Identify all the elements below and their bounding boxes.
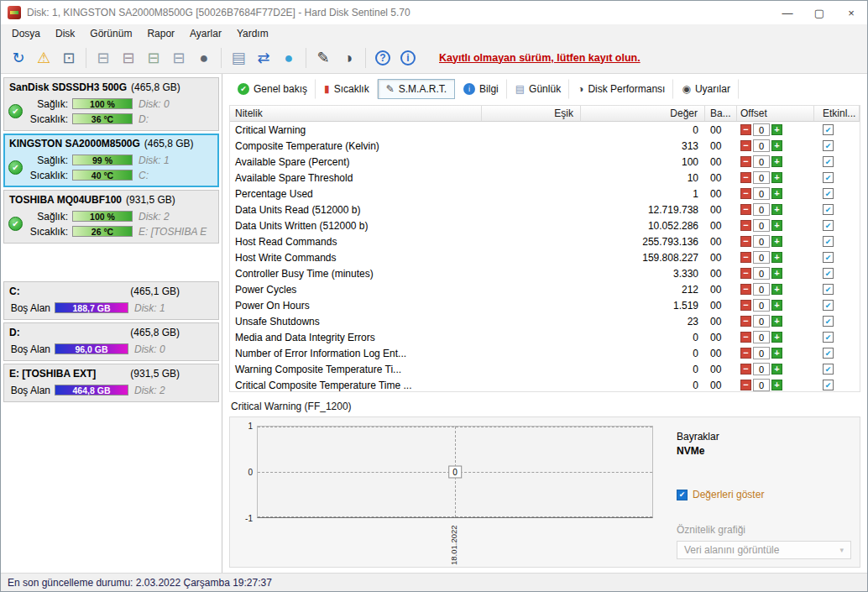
offset-increase-button[interactable]: + [771, 124, 782, 135]
tab-alerts[interactable]: ◉ Uyarılar [673, 79, 739, 99]
smart-table-row[interactable]: Controller Busy Time (minutes) 3.330 00 … [230, 265, 860, 281]
smart-table-row[interactable]: Power Cycles 212 00 − 0 + [230, 281, 860, 297]
menu-görünüm[interactable]: Görünüm [82, 26, 139, 41]
smart-table-row[interactable]: Unsafe Shutdowns 23 00 − 0 + [230, 313, 860, 329]
offset-increase-button[interactable]: + [771, 172, 782, 183]
offset-increase-button[interactable]: + [771, 268, 782, 279]
info-button[interactable]: i [395, 45, 421, 71]
enabled-checkbox[interactable] [823, 300, 834, 311]
sync-button[interactable]: ⇄ [251, 45, 276, 71]
offset-decrease-button[interactable]: − [740, 364, 751, 375]
smart-table-row[interactable]: Critical Composite Temperature Time ... … [230, 377, 860, 392]
offset-decrease-button[interactable]: − [740, 204, 751, 215]
disk-dark-button[interactable]: ● [191, 45, 217, 71]
offset-increase-button[interactable]: + [771, 316, 782, 327]
close-button[interactable]: × [835, 1, 867, 24]
enabled-checkbox[interactable] [823, 268, 834, 279]
offset-increase-button[interactable]: + [771, 204, 782, 215]
enabled-checkbox[interactable] [823, 220, 834, 231]
enabled-checkbox[interactable] [823, 204, 834, 215]
offset-increase-button[interactable]: + [771, 380, 782, 390]
disk-detect-button[interactable]: ⊟ [91, 45, 116, 71]
smart-table-row[interactable]: Available Spare Threshold 10 00 − 0 + [230, 170, 860, 186]
enabled-checkbox[interactable] [823, 380, 834, 390]
enabled-checkbox[interactable] [823, 284, 834, 295]
minimize-button[interactable]: — [771, 1, 803, 24]
offset-increase-button[interactable]: + [771, 300, 782, 311]
smart-table-row[interactable]: Host Read Commands 255.793.136 00 − 0 + [230, 233, 860, 249]
offset-increase-button[interactable]: + [771, 156, 782, 167]
report-button[interactable]: ▤ [226, 45, 251, 71]
offset-increase-button[interactable]: + [771, 284, 782, 295]
maximize-button[interactable]: ▢ [803, 1, 835, 24]
smart-table-row[interactable]: Available Spare (Percent) 100 00 − 0 + [230, 154, 860, 170]
disk-accept-button[interactable]: ⊟ [141, 45, 166, 71]
enabled-checkbox[interactable] [823, 364, 834, 375]
offset-decrease-button[interactable]: − [740, 236, 751, 247]
monitor-button[interactable]: ⊡ [56, 45, 81, 71]
enabled-checkbox[interactable] [823, 316, 834, 327]
offset-increase-button[interactable]: + [771, 252, 782, 263]
smart-table-row[interactable]: Host Write Commands 159.808.227 00 − 0 + [230, 249, 860, 265]
offset-decrease-button[interactable]: − [740, 188, 751, 199]
disk-remove-button[interactable]: ⊟ [116, 45, 141, 71]
smart-table-row[interactable]: Percentage Used 1 00 − 0 + [230, 186, 860, 202]
register-link[interactable]: Kayıtlı olmayan sürüm, lütfen kayıt olun… [439, 52, 641, 64]
offset-decrease-button[interactable]: − [740, 220, 751, 231]
offset-increase-button[interactable]: + [771, 348, 782, 359]
smart-table-row[interactable]: Composite Temperature (Kelvin) 313 00 − … [230, 138, 860, 154]
enabled-checkbox[interactable] [823, 252, 834, 263]
data-area-dropdown[interactable]: Veri alanını görüntüle ▾ [677, 541, 851, 559]
offset-decrease-button[interactable]: − [740, 300, 751, 311]
show-values-checkbox[interactable] [677, 490, 688, 500]
smart-table-row[interactable]: Media and Data Integrity Errors 0 00 − 0… [230, 329, 860, 345]
enabled-checkbox[interactable] [823, 172, 834, 183]
menu-rapor[interactable]: Rapor [139, 26, 182, 41]
tab-temperature[interactable]: ▮ Sıcaklık [316, 79, 378, 99]
col-enabled[interactable]: Etkinl... [814, 106, 860, 121]
enabled-checkbox[interactable] [823, 332, 834, 343]
smart-table-row[interactable]: Warning Composite Temperature Ti... 0 00… [230, 361, 860, 377]
disk-item[interactable]: KINGSTON SA2000M8500G(465,8 GB) Sağlık: … [3, 134, 219, 187]
enabled-checkbox[interactable] [823, 348, 834, 359]
tab-info[interactable]: i Bilgi [455, 79, 507, 99]
offset-increase-button[interactable]: + [771, 236, 782, 247]
offset-decrease-button[interactable]: − [740, 124, 751, 135]
offset-increase-button[interactable]: + [771, 364, 782, 375]
menu-disk[interactable]: Disk [48, 26, 82, 41]
chart-plot[interactable]: 0 [257, 426, 653, 518]
smart-table-row[interactable]: Number of Error Information Log Ent... 0… [230, 345, 860, 361]
enabled-checkbox[interactable] [823, 124, 834, 135]
offset-decrease-button[interactable]: − [740, 316, 751, 327]
smart-table-row[interactable]: Data Units Written (512000 b) 10.052.286… [230, 217, 860, 233]
partition-item[interactable]: C: (465,1 GB) Boş Alan 188,7 GB Disk: 1 [3, 281, 219, 320]
disk-item[interactable]: SanDisk SDSSDH3 500G(465,8 GB) Sağlık: 1… [3, 77, 219, 131]
smart-table-row[interactable]: Critical Warning 0 00 − 0 + [230, 122, 860, 138]
offset-decrease-button[interactable]: − [740, 156, 751, 167]
enabled-checkbox[interactable] [823, 140, 834, 151]
offset-increase-button[interactable]: + [771, 140, 782, 151]
offset-decrease-button[interactable]: − [740, 172, 751, 183]
refresh-button[interactable]: ↻ [6, 45, 31, 71]
col-value[interactable]: Değer [581, 106, 705, 121]
offset-increase-button[interactable]: + [771, 188, 782, 199]
offset-decrease-button[interactable]: − [740, 332, 751, 343]
enabled-checkbox[interactable] [823, 236, 834, 247]
col-ba[interactable]: Ba... [705, 106, 737, 121]
help-button[interactable]: ? [370, 45, 395, 71]
partition-item[interactable]: E: [TOSHIBA EXT] (931,5 GB) Boş Alan 464… [3, 364, 219, 402]
menu-yardım[interactable]: Yardım [229, 26, 276, 41]
performance-gauge-button[interactable]: ◑ [336, 45, 361, 71]
offset-increase-button[interactable]: + [771, 220, 782, 231]
network-button[interactable]: ● [276, 45, 301, 71]
disk-scan-button[interactable]: ⊟ [166, 45, 191, 71]
smart-table-row[interactable]: Data Units Read (512000 b) 12.719.738 00… [230, 202, 860, 217]
enabled-checkbox[interactable] [823, 156, 834, 167]
offset-decrease-button[interactable]: − [740, 284, 751, 295]
smart-table-row[interactable]: Power On Hours 1.519 00 − 0 + [230, 297, 860, 313]
offset-decrease-button[interactable]: − [740, 380, 751, 390]
offset-decrease-button[interactable]: − [740, 268, 751, 279]
menu-dosya[interactable]: Dosya [4, 26, 48, 41]
warning-status-button[interactable]: ⚠ [31, 45, 56, 71]
disk-item[interactable]: TOSHIBA MQ04UBF100(931,5 GB) Sağlık: 100… [3, 190, 219, 244]
